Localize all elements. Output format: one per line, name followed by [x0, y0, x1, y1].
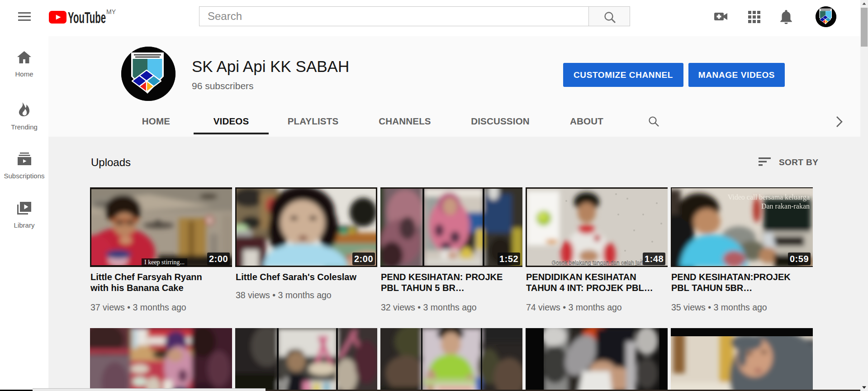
svg-text:Gosok belakang tangan dan cela: Gosok belakang tangan dan celah jari.: [552, 260, 645, 266]
svg-text:Video call bersama keluarga: Video call bersama keluarga: [728, 193, 810, 201]
svg-text:Dan rakan-rakan: Dan rakan-rakan: [761, 202, 810, 210]
svg-text:YouTube: YouTube: [68, 10, 106, 25]
